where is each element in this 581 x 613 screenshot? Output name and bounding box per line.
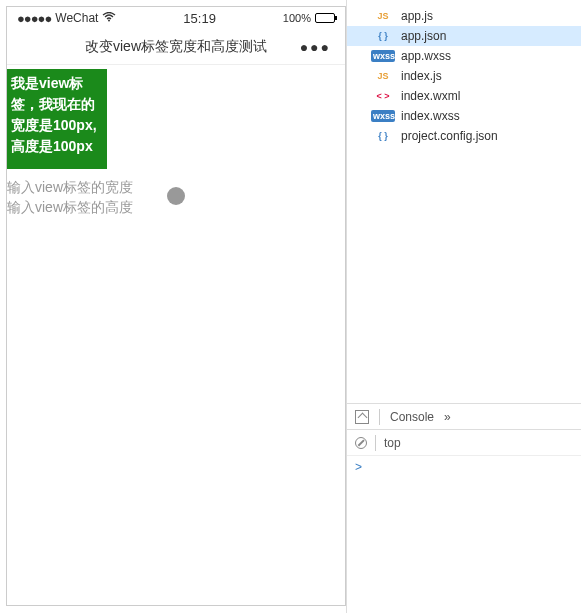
file-item[interactable]: JSindex.js — [347, 66, 581, 86]
file-item[interactable]: { }project.config.json — [347, 126, 581, 146]
context-selector[interactable]: top — [384, 436, 401, 450]
divider — [379, 409, 380, 425]
file-name: app.js — [401, 9, 433, 23]
clear-console-icon[interactable] — [355, 437, 367, 449]
file-name: app.json — [401, 29, 446, 43]
element-picker-icon[interactable] — [355, 410, 369, 424]
tab-console[interactable]: Console — [390, 410, 434, 424]
file-type-icon: wxss — [371, 110, 395, 122]
file-item[interactable]: JSapp.js — [347, 6, 581, 26]
file-type-icon: { } — [371, 31, 395, 41]
svg-point-0 — [108, 20, 110, 22]
file-name: app.wxss — [401, 49, 451, 63]
file-type-icon: { } — [371, 131, 395, 141]
status-time: 15:19 — [116, 11, 282, 26]
file-item[interactable]: wxssapp.wxss — [347, 46, 581, 66]
touch-cursor-icon — [167, 187, 185, 205]
file-name: index.js — [401, 69, 442, 83]
console-tab-bar: Console » — [347, 404, 581, 430]
file-type-icon: wxss — [371, 50, 395, 62]
battery-icon — [315, 13, 335, 23]
phone-simulator: ●●●●● WeChat 15:19 100% 改变view标签宽度和高度测试 … — [6, 6, 346, 606]
right-panel: JSapp.js{ }app.jsonwxssapp.wxssJSindex.j… — [346, 0, 581, 613]
page-title: 改变view标签宽度和高度测试 — [85, 38, 267, 56]
file-type-icon: JS — [371, 71, 395, 81]
status-right: 100% — [283, 12, 335, 24]
demo-view-box: 我是view标签，我现在的宽度是100px,高度是100px — [7, 69, 107, 169]
inputs-group: 输入view标签的宽度 输入view标签的高度 — [7, 179, 345, 217]
carrier-label: WeChat — [55, 11, 98, 25]
height-input-placeholder: 输入view标签的高度 — [7, 199, 133, 217]
wifi-icon — [102, 11, 116, 25]
signal-dots-icon: ●●●●● — [17, 11, 51, 26]
console-prompt[interactable]: > — [347, 456, 581, 478]
console-context-row: top — [347, 430, 581, 456]
title-menu-button[interactable]: ●●● — [300, 39, 331, 55]
file-tree: JSapp.js{ }app.jsonwxssapp.wxssJSindex.j… — [347, 0, 581, 403]
width-input-placeholder: 输入view标签的宽度 — [7, 179, 133, 197]
battery-percent: 100% — [283, 12, 311, 24]
more-tabs-icon[interactable]: » — [444, 410, 451, 424]
console-panel: Console » top > — [347, 403, 581, 613]
page-content: 我是view标签，我现在的宽度是100px,高度是100px 输入view标签的… — [7, 65, 345, 605]
divider — [375, 435, 376, 451]
file-item[interactable]: wxssindex.wxss — [347, 106, 581, 126]
file-name: index.wxss — [401, 109, 460, 123]
file-item[interactable]: { }app.json — [347, 26, 581, 46]
file-name: index.wxml — [401, 89, 460, 103]
page-title-bar: 改变view标签宽度和高度测试 ●●● — [7, 29, 345, 65]
file-name: project.config.json — [401, 129, 498, 143]
file-type-icon: < > — [371, 91, 395, 101]
status-left: ●●●●● WeChat — [17, 11, 116, 26]
status-bar: ●●●●● WeChat 15:19 100% — [7, 7, 345, 29]
file-item[interactable]: < >index.wxml — [347, 86, 581, 106]
file-type-icon: JS — [371, 11, 395, 21]
